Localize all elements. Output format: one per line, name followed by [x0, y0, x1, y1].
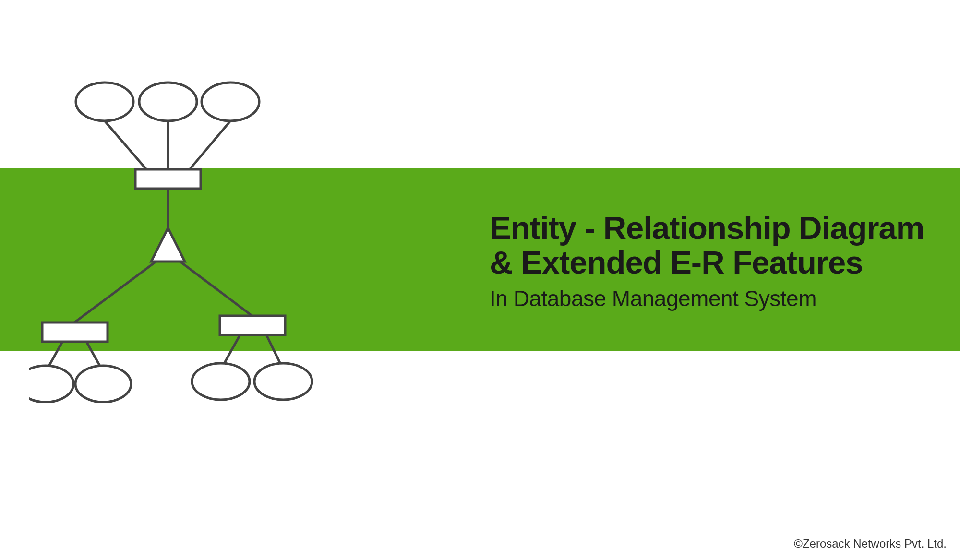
attribute-ellipse-top-left	[76, 83, 133, 121]
connector-line	[180, 262, 252, 316]
title-line-1: Entity - Relationship Diagram	[490, 211, 924, 245]
entity-rectangle-bottom-right	[220, 316, 285, 335]
connector-line	[105, 121, 146, 169]
title-line-2: & Extended E-R Features	[490, 246, 924, 279]
generalization-triangle	[151, 228, 185, 262]
connector-line	[190, 121, 230, 169]
entity-rectangle-bottom-left	[42, 322, 108, 342]
attribute-ellipse-bottom-right-2	[254, 363, 312, 400]
er-diagram	[29, 77, 346, 403]
entity-rectangle-top	[135, 169, 201, 189]
attribute-ellipse-bottom-left-1	[29, 366, 73, 402]
attribute-ellipse-top-middle	[139, 83, 197, 121]
copyright-text: ©Zerosack Networks Pvt. Ltd.	[794, 537, 947, 550]
attribute-ellipse-bottom-left-2	[75, 366, 131, 402]
connector-line	[74, 262, 156, 322]
subtitle: In Database Management System	[490, 286, 924, 311]
title-block: Entity - Relationship Diagram & Extended…	[490, 211, 924, 311]
attribute-ellipse-top-right	[202, 83, 259, 121]
attribute-ellipse-bottom-right-1	[192, 363, 250, 400]
